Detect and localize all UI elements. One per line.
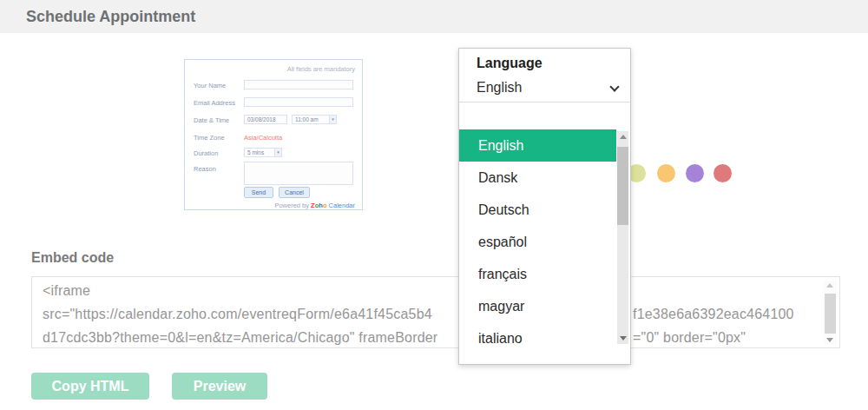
embed-code-text: <iframe src="https://calendar.zoho.com/e… [43, 279, 819, 349]
appointment-form-preview: All fields are mandatory Your Name Email… [184, 59, 363, 210]
mandatory-note: All fields are mandatory [287, 65, 355, 73]
name-input[interactable] [244, 80, 353, 89]
name-label: Your Name [194, 82, 226, 89]
email-label: Email Address [194, 99, 235, 107]
language-select[interactable]: English [459, 78, 630, 102]
reason-label: Reason [194, 165, 216, 173]
timezone-value: Asia/Calcutta [244, 134, 282, 142]
scroll-down-icon[interactable] [826, 338, 833, 342]
divider [459, 102, 630, 102]
code-line-3: d17cdc3bb?theme=0&l=en&tz=America/Chicag… [43, 330, 437, 345]
scroll-down-icon[interactable] [620, 336, 627, 341]
language-option-espanol[interactable]: español [459, 226, 616, 258]
page-header: Schedule Appointment [0, 0, 868, 33]
time-dropdown-icon[interactable]: ▾ [329, 116, 336, 123]
language-option-magyar[interactable]: magyar [459, 290, 616, 322]
language-option-dansk[interactable]: Dansk [459, 162, 616, 194]
code-line-2-tail: f1e38e6a6392eac464100 [633, 302, 794, 326]
page-title: Schedule Appointment [0, 0, 868, 33]
theme-dot-orange[interactable] [657, 164, 675, 182]
code-line-2: src="https://calendar.zoho.com/eventreqF… [43, 307, 432, 321]
timezone-label: Time Zone [194, 134, 225, 142]
language-selected-value: English [477, 80, 522, 96]
chevron-down-icon [609, 82, 619, 91]
time-value: 11:00 am [295, 116, 319, 122]
powered-by: Powered by Zoho Calendar [274, 202, 355, 209]
cancel-button[interactable]: Cancel [279, 187, 310, 198]
time-select[interactable]: 11:00 am▾ [292, 115, 337, 124]
brand-suffix: Calendar [329, 202, 355, 209]
copy-html-button[interactable]: Copy HTML [31, 373, 149, 400]
email-input[interactable] [244, 97, 353, 107]
textarea-scrollbar[interactable] [824, 281, 837, 344]
datetime-label: Date & Time [194, 116, 229, 124]
language-label: Language [477, 56, 542, 71]
code-line-3-tail: ="0" border="0px" [633, 326, 746, 349]
reason-textarea[interactable] [244, 162, 353, 185]
language-option-deutsch[interactable]: Deutsch [459, 194, 616, 226]
language-options-list: English Dansk Deutsch español français m… [459, 129, 630, 354]
duration-select[interactable]: 5 mins▾ [244, 148, 282, 157]
language-option-english[interactable]: English [459, 129, 616, 162]
language-dropdown-panel: Language English English Dansk Deutsch e… [458, 48, 631, 365]
scrollbar-thumb[interactable] [825, 294, 836, 334]
scroll-up-icon[interactable] [620, 135, 627, 139]
scrollbar-thumb[interactable] [617, 147, 628, 225]
duration-value: 5 mins [247, 149, 264, 155]
zoho-logo: Zoho [311, 202, 326, 209]
embed-code-label: Embed code [31, 250, 114, 266]
embed-code-textarea[interactable]: <iframe src="https://calendar.zoho.com/e… [31, 276, 840, 348]
options-scrollbar[interactable] [617, 131, 628, 344]
language-option-italiano[interactable]: italiano [459, 322, 616, 354]
language-option-francais[interactable]: français [459, 258, 616, 290]
duration-label: Duration [194, 149, 218, 157]
scroll-up-icon[interactable] [826, 283, 833, 288]
theme-dot-purple[interactable] [686, 164, 704, 182]
duration-dropdown-icon[interactable]: ▾ [274, 149, 281, 156]
code-line-1: <iframe [43, 283, 90, 298]
theme-dot-red[interactable] [713, 164, 732, 182]
zoho-letter: o [323, 202, 327, 209]
date-input[interactable]: 03/08/2018 [244, 115, 287, 124]
send-button[interactable]: Send [244, 187, 273, 198]
powered-by-text: Powered by [274, 202, 309, 209]
preview-button[interactable]: Preview [172, 373, 267, 400]
schedule-appointment-page: Schedule Appointment All fields are mand… [0, 0, 868, 410]
